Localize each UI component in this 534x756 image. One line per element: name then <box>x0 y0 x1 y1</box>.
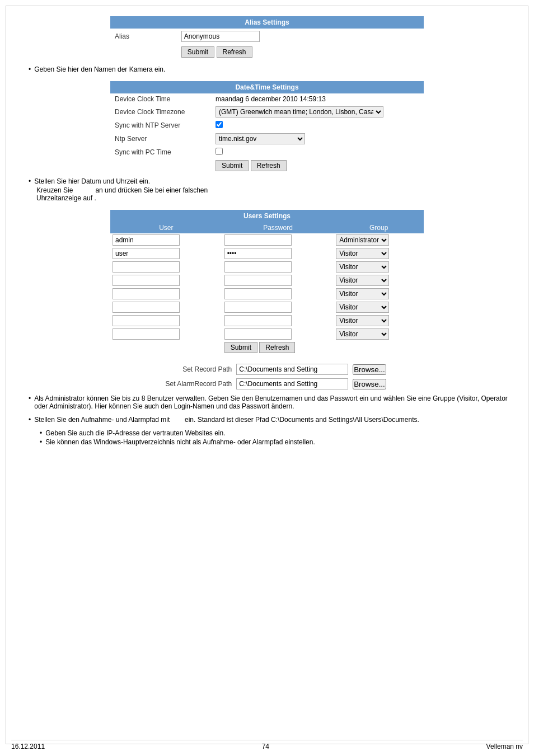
group-select-2[interactable]: Administrator Visitor Operator <box>336 248 389 259</box>
sync-ntp-checkbox-cell <box>211 119 424 132</box>
user-input-2[interactable] <box>113 248 180 259</box>
group-select-4[interactable]: AdministratorVisitorOperator <box>336 275 389 286</box>
password-input-7[interactable] <box>224 315 292 326</box>
user-row-1-group: Administrator Visitor Operator <box>334 233 424 247</box>
users-col-group: Group <box>334 222 424 233</box>
group-select-8[interactable]: AdministratorVisitorOperator <box>336 328 389 340</box>
user-row-7: AdministratorVisitorOperator <box>110 314 424 327</box>
datetime-settings-section: Date&Time Settings Device Clock Time maa… <box>17 81 517 173</box>
stellen-bullet-1: Stellen Sie hier Datum und Uhrzeit ein. <box>29 177 517 185</box>
datetime-buttons <box>211 158 424 173</box>
users-settings-section: Users Settings User Password Group Admin… <box>17 210 517 354</box>
alarm-browse-button[interactable] <box>353 379 386 389</box>
user-row-2-password <box>222 247 334 260</box>
alias-input[interactable] <box>181 31 260 42</box>
alias-submit-button[interactable] <box>181 46 214 58</box>
sync-pc-time-label: Sync with PC Time <box>110 146 211 158</box>
group-select-7[interactable]: AdministratorVisitorOperator <box>336 315 389 326</box>
user-input-5[interactable] <box>113 288 180 299</box>
inner-bullet-1: Geben Sie auch die IP-Adresse der vertra… <box>40 429 517 437</box>
users-col-password: Password <box>222 222 334 233</box>
user-row-2-user <box>110 247 222 260</box>
sync-pc-time-checkbox[interactable] <box>216 148 223 155</box>
user-input-1[interactable] <box>113 234 180 246</box>
group-select-3[interactable]: AdministratorVisitorOperator <box>336 261 389 273</box>
device-clock-timezone-value: (GMT) Greenwich mean time; London, Lisbo… <box>211 105 424 119</box>
timezone-select[interactable]: (GMT) Greenwich mean time; London, Lisbo… <box>216 106 383 118</box>
user-input-4[interactable] <box>113 275 180 286</box>
sync-ntp-checkbox[interactable] <box>216 121 223 128</box>
alias-input-cell <box>177 29 424 44</box>
user-input-8[interactable] <box>113 328 180 340</box>
users-table: Users Settings User Password Group Admin… <box>110 210 424 354</box>
footer-company: Velleman nv <box>486 743 523 750</box>
footer-date: 16.12.2011 <box>11 743 45 750</box>
password-input-6[interactable] <box>224 302 292 313</box>
datetime-header: Date&Time Settings <box>110 81 424 93</box>
inner-bullet-2: Sie können das Windows-Hauptverzeichnis … <box>40 438 517 446</box>
alias-bullet: Geben Sie hier den Namen der Kamera ein. <box>29 65 517 73</box>
datetime-refresh-button[interactable] <box>251 160 287 171</box>
users-submit-row <box>110 341 424 354</box>
group-select-1[interactable]: Administrator Visitor Operator <box>336 234 389 246</box>
group-select-5[interactable]: AdministratorVisitorOperator <box>336 288 389 299</box>
alias-header: Alias Settings <box>110 16 424 29</box>
record-path-row: Set Record Path <box>148 364 386 375</box>
alias-label: Alias <box>110 29 177 44</box>
alias-buttons <box>177 44 424 60</box>
user-row-1-user <box>110 233 222 247</box>
stellen-sub: Kreuzen Sie an und drücken Sie bei einer… <box>36 186 517 194</box>
device-clock-time-value: maandag 6 december 2010 14:59:13 <box>211 93 424 105</box>
ntp-server-select[interactable]: time.nist.gov <box>216 133 305 144</box>
user-row-3: AdministratorVisitorOperator <box>110 260 424 274</box>
uhrzeig-text: Uhrzeitanzeige auf . <box>36 194 517 202</box>
datetime-table: Date&Time Settings Device Clock Time maa… <box>110 81 424 173</box>
footer: 16.12.2011 74 Velleman nv <box>11 740 523 750</box>
druecken-text: an und drücken Sie bei einer falschen <box>95 186 208 194</box>
users-buttons <box>222 341 424 354</box>
admin-bullet-2: Stellen Sie den Aufnahme- und Alarmpfad … <box>29 416 517 424</box>
sync-ntp-label: Sync with NTP Server <box>110 119 211 132</box>
footer-page: 74 <box>262 743 269 750</box>
user-row-4: AdministratorVisitorOperator <box>110 274 424 287</box>
alias-refresh-button[interactable] <box>217 46 252 58</box>
alarm-path-row: Set AlarmRecord Path <box>148 378 386 389</box>
user-input-3[interactable] <box>113 261 180 273</box>
device-clock-timezone-label: Device Clock Timezone <box>110 105 211 119</box>
sync-pc-time-cell <box>211 146 424 158</box>
password-input-3[interactable] <box>224 261 292 273</box>
user-row-1-password <box>222 233 334 247</box>
users-submit-button[interactable] <box>224 342 257 353</box>
record-path-label: Set Record Path <box>148 365 232 373</box>
inner-bullets: Geben Sie auch die IP-Adresse der vertra… <box>40 429 517 446</box>
user-row-1: Administrator Visitor Operator <box>110 233 424 247</box>
password-input-1[interactable] <box>224 234 292 246</box>
stellen-block: Stellen Sie hier Datum und Uhrzeit ein. … <box>29 177 517 202</box>
user-row-2-group: Administrator Visitor Operator <box>334 247 424 260</box>
datetime-submit-button[interactable] <box>216 160 249 171</box>
user-row-5: AdministratorVisitorOperator <box>110 287 424 300</box>
password-input-4[interactable] <box>224 275 292 286</box>
ntp-server-cell: time.nist.gov <box>211 132 424 146</box>
ntp-server-label: Ntp Server <box>110 132 211 146</box>
paths-section: Set Record Path Set AlarmRecord Path <box>17 362 517 391</box>
password-input-8[interactable] <box>224 328 292 340</box>
kreuzen-text: Kreuzen Sie <box>36 186 73 194</box>
alarm-path-label: Set AlarmRecord Path <box>148 380 232 388</box>
device-clock-time-label: Device Clock Time <box>110 93 211 105</box>
password-input-2[interactable] <box>224 248 292 259</box>
user-row-6: AdministratorVisitorOperator <box>110 300 424 314</box>
alarm-path-input[interactable] <box>236 378 348 389</box>
password-input-5[interactable] <box>224 288 292 299</box>
record-browse-button[interactable] <box>353 364 386 375</box>
admin-bullet-1: Als Administrator können Sie bis zu 8 Be… <box>29 395 517 410</box>
page-wrapper: Alias Settings Alias Geben Sie hier den … <box>6 6 528 744</box>
users-refresh-button[interactable] <box>259 342 295 353</box>
record-path-input[interactable] <box>236 364 348 375</box>
user-input-6[interactable] <box>113 302 180 313</box>
group-select-6[interactable]: AdministratorVisitorOperator <box>336 302 389 313</box>
user-row-2: Administrator Visitor Operator <box>110 247 424 260</box>
users-header: Users Settings <box>110 210 424 222</box>
users-col-user: User <box>110 222 222 233</box>
user-input-7[interactable] <box>113 315 180 326</box>
